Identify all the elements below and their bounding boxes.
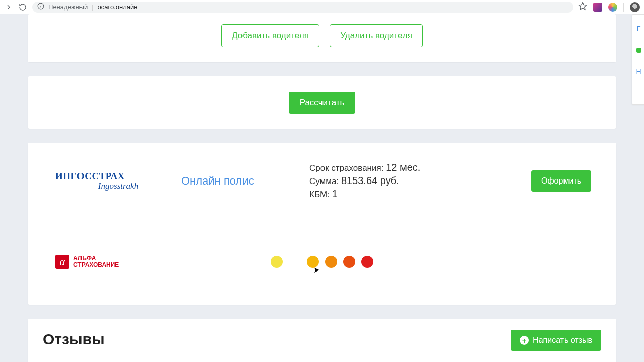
sum-value: 8153.64 руб. xyxy=(341,175,399,186)
results-card: ИНГОССТРАХ Ingosstrakh Онлайн полис Срок… xyxy=(28,143,616,305)
offer-logo: ИНГОССТРАХ Ingosstrakh xyxy=(55,171,181,191)
kbm-value: 1 xyxy=(332,188,338,199)
kbm-label: КБМ: xyxy=(309,190,330,199)
address-bar[interactable]: Ненадежный | осаго.онлайн xyxy=(32,2,573,13)
toolbar-divider xyxy=(623,3,624,12)
logo-text-bottom: Ingosstrakh xyxy=(55,181,181,191)
loader-dot xyxy=(325,256,337,268)
star-icon[interactable] xyxy=(578,2,587,12)
write-review-label: Написать отзыв xyxy=(533,336,592,345)
loader-dot xyxy=(307,256,319,268)
drivers-card: Добавить водителя Удалить водителя xyxy=(28,14,616,62)
alpha-logo-line2: СТРАХОВАНИЕ xyxy=(73,262,119,268)
add-driver-button[interactable]: Добавить водителя xyxy=(221,24,319,47)
write-review-button[interactable]: + Написать отзыв xyxy=(511,330,601,351)
calculate-button[interactable]: Рассчитать xyxy=(289,92,356,114)
forward-icon[interactable] xyxy=(4,3,13,12)
side-widget-item: Г xyxy=(637,25,641,33)
side-widget-indicator xyxy=(636,48,641,53)
plus-icon: + xyxy=(520,336,529,345)
apply-button[interactable]: Оформить xyxy=(531,170,591,192)
url-text: осаго.онлайн xyxy=(98,3,138,11)
offer-info: Срок страхования: 12 мес. Сумма: 8153.64… xyxy=(309,160,511,201)
svg-marker-3 xyxy=(579,3,587,10)
logo-text-top: ИНГОССТРАХ xyxy=(55,171,181,182)
insecure-label: Ненадежный xyxy=(48,3,88,11)
calculate-card: Рассчитать xyxy=(28,76,616,129)
reload-icon[interactable] xyxy=(18,3,27,12)
loading-indicator xyxy=(271,256,373,268)
offer-logo: α АЛЬФА СТРАХОВАНИЕ xyxy=(55,255,181,269)
offer-row-alpha: α АЛЬФА СТРАХОВАНИЕ xyxy=(28,219,616,305)
term-value: 12 мес. xyxy=(386,162,420,173)
loader-dot xyxy=(271,256,283,268)
address-separator: | xyxy=(92,3,93,11)
loader-dot xyxy=(289,256,301,268)
loader-dot xyxy=(343,256,355,268)
side-widget[interactable]: Г Н xyxy=(632,14,644,105)
loader-dot xyxy=(361,256,373,268)
remove-driver-button[interactable]: Удалить водителя xyxy=(330,24,423,47)
offer-polis-label[interactable]: Онлайн полис xyxy=(181,174,309,188)
sum-label: Сумма: xyxy=(309,176,339,186)
extension-icon-2[interactable] xyxy=(608,3,617,12)
info-icon xyxy=(37,3,44,11)
term-label: Срок страхования: xyxy=(309,163,383,173)
profile-avatar[interactable] xyxy=(630,2,640,12)
alpha-logo-mark: α xyxy=(55,255,69,269)
page-body: Г Н Добавить водителя Удалить водителя Р… xyxy=(0,14,644,362)
reviews-card: Отзывы + Написать отзыв xyxy=(28,319,616,362)
toolbar-right xyxy=(578,2,640,12)
extension-icon-1[interactable] xyxy=(593,3,602,12)
browser-toolbar: Ненадежный | осаго.онлайн xyxy=(0,0,644,14)
side-widget-item: Н xyxy=(636,68,641,76)
offer-row-ingosstrakh: ИНГОССТРАХ Ingosstrakh Онлайн полис Срок… xyxy=(28,143,616,219)
